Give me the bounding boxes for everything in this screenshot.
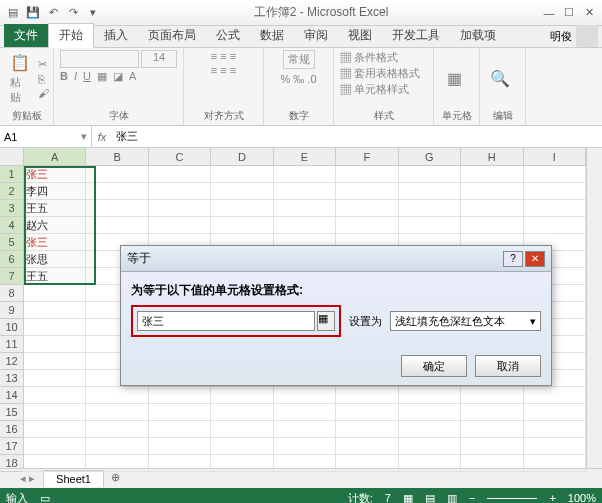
cell[interactable] bbox=[524, 438, 586, 455]
ok-button[interactable]: 确定 bbox=[401, 355, 467, 377]
cell[interactable] bbox=[524, 166, 586, 183]
macro-icon[interactable]: ▭ bbox=[40, 492, 50, 504]
cell[interactable] bbox=[524, 387, 586, 404]
cell[interactable] bbox=[274, 421, 336, 438]
cell[interactable] bbox=[211, 183, 273, 200]
view-layout-icon[interactable]: ▤ bbox=[425, 492, 435, 504]
cell[interactable]: 张三 bbox=[24, 234, 86, 251]
font-size-select[interactable]: 14 bbox=[141, 50, 177, 68]
qat-more-icon[interactable]: ▾ bbox=[84, 4, 102, 22]
dialog-help-button[interactable]: ? bbox=[503, 251, 523, 267]
format-select[interactable]: 浅红填充色深红色文本 ▾ bbox=[390, 311, 541, 331]
format-painter-icon[interactable]: 🖌 bbox=[38, 87, 49, 99]
row-header[interactable]: 16 bbox=[0, 421, 23, 438]
border-icon[interactable]: ▦ bbox=[97, 70, 107, 83]
cell[interactable] bbox=[274, 438, 336, 455]
cell[interactable] bbox=[149, 217, 211, 234]
cell[interactable] bbox=[336, 404, 398, 421]
cell[interactable] bbox=[86, 166, 148, 183]
col-header[interactable]: E bbox=[274, 148, 336, 165]
cell[interactable] bbox=[524, 217, 586, 234]
cell[interactable] bbox=[86, 404, 148, 421]
cell[interactable] bbox=[149, 455, 211, 472]
cell[interactable] bbox=[24, 370, 86, 387]
cell[interactable] bbox=[24, 319, 86, 336]
tab-dev[interactable]: 开发工具 bbox=[382, 24, 450, 47]
cell[interactable] bbox=[24, 438, 86, 455]
cell[interactable] bbox=[399, 455, 461, 472]
cell[interactable] bbox=[211, 166, 273, 183]
zoom-in-button[interactable]: + bbox=[549, 492, 555, 503]
cell[interactable] bbox=[399, 421, 461, 438]
cell[interactable] bbox=[461, 421, 523, 438]
tab-layout[interactable]: 页面布局 bbox=[138, 24, 206, 47]
cell[interactable] bbox=[399, 166, 461, 183]
cell[interactable] bbox=[24, 404, 86, 421]
row-header[interactable]: 3 bbox=[0, 200, 23, 217]
tab-review[interactable]: 审阅 bbox=[294, 24, 338, 47]
view-break-icon[interactable]: ▥ bbox=[447, 492, 457, 504]
sheet-nav-icon[interactable]: ◂ ▸ bbox=[20, 472, 35, 485]
cell[interactable]: 张三 bbox=[24, 166, 86, 183]
dialog-close-button[interactable]: ✕ bbox=[525, 251, 545, 267]
cell[interactable] bbox=[149, 387, 211, 404]
row-header[interactable]: 6 bbox=[0, 251, 23, 268]
cell[interactable] bbox=[336, 217, 398, 234]
cell[interactable] bbox=[86, 455, 148, 472]
cancel-button[interactable]: 取消 bbox=[475, 355, 541, 377]
close-icon[interactable]: ✕ bbox=[580, 4, 598, 22]
cell[interactable] bbox=[399, 200, 461, 217]
minimize-icon[interactable]: — bbox=[540, 4, 558, 22]
cell[interactable] bbox=[24, 353, 86, 370]
cell[interactable] bbox=[524, 183, 586, 200]
cell[interactable] bbox=[274, 387, 336, 404]
zoom-out-button[interactable]: − bbox=[469, 492, 475, 503]
cell[interactable] bbox=[211, 438, 273, 455]
col-header[interactable]: F bbox=[336, 148, 398, 165]
underline-button[interactable]: U bbox=[83, 70, 91, 83]
row-header[interactable]: 2 bbox=[0, 183, 23, 200]
cut-icon[interactable]: ✂ bbox=[38, 58, 49, 71]
cell[interactable] bbox=[399, 387, 461, 404]
cell[interactable] bbox=[461, 183, 523, 200]
cell[interactable] bbox=[86, 217, 148, 234]
cell[interactable] bbox=[461, 166, 523, 183]
find-button[interactable]: 🔍 bbox=[486, 67, 514, 91]
col-header[interactable]: D bbox=[211, 148, 273, 165]
tab-home[interactable]: 开始 bbox=[48, 23, 94, 48]
range-picker-icon[interactable]: ▦ bbox=[317, 311, 335, 331]
row-header[interactable]: 11 bbox=[0, 336, 23, 353]
cell-style-button[interactable]: ▦ 单元格样式 bbox=[340, 82, 409, 97]
cell[interactable] bbox=[24, 455, 86, 472]
cell[interactable] bbox=[336, 183, 398, 200]
cell[interactable] bbox=[274, 183, 336, 200]
row-header[interactable]: 10 bbox=[0, 319, 23, 336]
cell[interactable] bbox=[336, 438, 398, 455]
add-sheet-button[interactable]: ⊕ bbox=[108, 471, 124, 487]
cell[interactable] bbox=[149, 438, 211, 455]
fill-color-icon[interactable]: ◪ bbox=[113, 70, 123, 83]
cell[interactable] bbox=[149, 404, 211, 421]
cell[interactable] bbox=[399, 438, 461, 455]
cell[interactable] bbox=[524, 200, 586, 217]
cell[interactable] bbox=[461, 200, 523, 217]
tab-insert[interactable]: 插入 bbox=[94, 24, 138, 47]
cell[interactable]: 王五 bbox=[24, 200, 86, 217]
table-format-button[interactable]: ▦ 套用表格格式 bbox=[340, 66, 420, 81]
cell[interactable] bbox=[524, 421, 586, 438]
row-header[interactable]: 12 bbox=[0, 353, 23, 370]
cell[interactable] bbox=[399, 404, 461, 421]
row-header[interactable]: 8 bbox=[0, 285, 23, 302]
italic-button[interactable]: I bbox=[74, 70, 77, 83]
col-header[interactable]: C bbox=[149, 148, 211, 165]
cell[interactable] bbox=[149, 183, 211, 200]
col-header[interactable]: I bbox=[524, 148, 586, 165]
zoom-slider[interactable] bbox=[487, 498, 537, 499]
cell[interactable] bbox=[149, 166, 211, 183]
font-color-icon[interactable]: A bbox=[129, 70, 136, 83]
cell[interactable]: 赵六 bbox=[24, 217, 86, 234]
cells-button[interactable]: ▦ bbox=[440, 67, 468, 91]
name-box[interactable]: A1▾ bbox=[0, 126, 92, 147]
cell[interactable] bbox=[461, 387, 523, 404]
cell[interactable] bbox=[399, 217, 461, 234]
